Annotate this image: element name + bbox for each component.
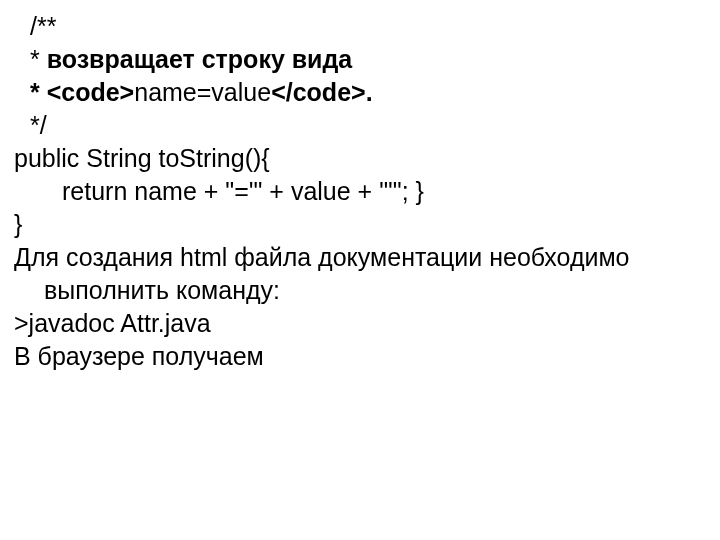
paragraph: В браузере получаем xyxy=(14,340,696,373)
text: Для создания html файла документации нео… xyxy=(14,243,630,304)
command-line: >javadoc Attr.java xyxy=(14,307,696,340)
text: * xyxy=(30,45,47,73)
code-line: * <code>name=value</code>. xyxy=(14,76,696,109)
code-line: */ xyxy=(14,109,696,142)
text-bold: </code>. xyxy=(271,78,372,106)
slide-content: /** * возвращает строку вида * <code>nam… xyxy=(0,0,720,540)
text: return name + "='" + value + "'"; } xyxy=(62,177,424,205)
code-line: public String toString(){ xyxy=(14,142,696,175)
text-bold: возвращает строку вида xyxy=(47,45,353,73)
code-line: /** xyxy=(14,10,696,43)
text: name=value xyxy=(134,78,271,106)
text: public String toString(){ xyxy=(14,144,270,172)
code-line: } xyxy=(14,208,696,241)
code-line: return name + "='" + value + "'"; } xyxy=(14,175,696,208)
text: } xyxy=(14,210,22,238)
text: В браузере получаем xyxy=(14,342,264,370)
code-line: * возвращает строку вида xyxy=(14,43,696,76)
text-bold: * <code> xyxy=(30,78,134,106)
text: >javadoc Attr.java xyxy=(14,309,211,337)
text: */ xyxy=(30,111,47,139)
paragraph: Для создания html файла документации нео… xyxy=(14,241,696,307)
text: /** xyxy=(30,12,56,40)
